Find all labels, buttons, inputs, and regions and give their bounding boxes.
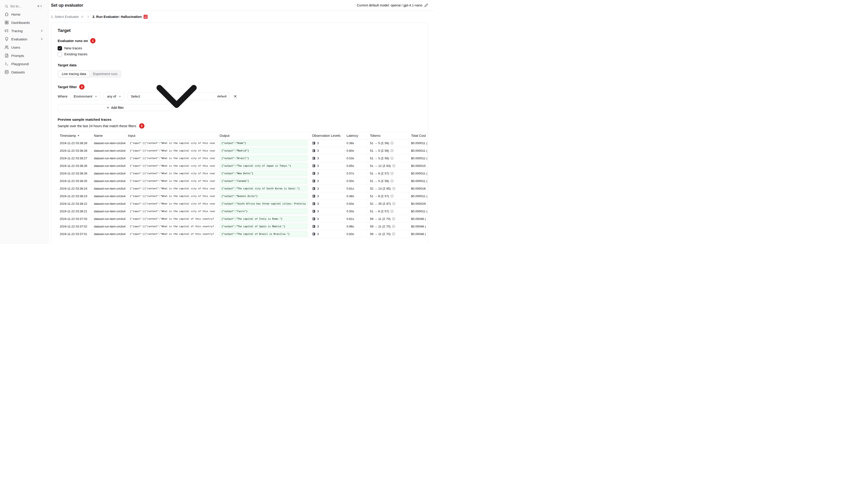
filter-column-select[interactable]: Environment [70, 92, 101, 100]
col-latency[interactable]: Latency [344, 132, 368, 139]
col-tokens[interactable]: Tokens [368, 132, 409, 139]
observation-levels-icon [312, 164, 315, 168]
table-row[interactable]: 2024-11-22 03:38:27 dataset-run-item-cm3… [58, 155, 428, 162]
info-icon[interactable] [391, 179, 394, 183]
info-icon[interactable] [391, 209, 394, 213]
table-row[interactable]: 2024-11-22 03:38:21 dataset-run-item-cm3… [58, 207, 428, 215]
cell-input: {"input":[{"content":"What is the capita… [126, 139, 217, 147]
filter-row: Where Environment any of Select [58, 92, 422, 100]
check-icon [81, 15, 84, 19]
tab-experiment-runs[interactable]: Experiment runs [90, 71, 121, 77]
table-row[interactable]: 2024-11-22 03:38:28 dataset-run-item-cm3… [58, 139, 428, 147]
chevron-down-icon [142, 62, 211, 131]
table-row[interactable]: 2024-11-22 03:38:25 dataset-run-item-cm3… [58, 177, 428, 185]
sidebar-item-prompts[interactable]: Prompts [3, 52, 45, 60]
info-icon[interactable] [391, 172, 394, 175]
info-icon[interactable] [391, 149, 394, 152]
sidebar-item-playground[interactable]: Playground [3, 60, 45, 68]
table-row[interactable]: 2024-11-22 03:37:01 dataset-run-item-cm3… [58, 230, 428, 238]
cell-total-cost: $0.000011 ( [409, 192, 428, 200]
cell-output: {"output":"The capital of Spain is Madri… [217, 223, 310, 230]
col-timestamp[interactable]: Timestamp ▼ [58, 132, 92, 139]
sidebar-item-datasets[interactable]: Datasets [3, 68, 45, 76]
checkbox-new-traces[interactable]: New traces [58, 45, 422, 51]
table-row[interactable]: 2024-11-22 03:38:24 dataset-run-item-cm3… [58, 185, 428, 192]
cell-output: {"output":"New Delhi"} [217, 170, 310, 177]
cell-input: {"input":[{"content":"What is the capita… [126, 230, 217, 237]
table-row[interactable]: 2024-11-22 03:38:23 dataset-run-item-cm3… [58, 192, 428, 200]
sidebar-item-label: Users [11, 45, 20, 50]
filter-value-trigger[interactable]: Select [128, 93, 214, 100]
filter-value-chip[interactable]: default [214, 93, 229, 100]
cell-observation-levels: 3 [310, 162, 344, 169]
observation-levels-icon [312, 149, 315, 153]
tracing-icon [5, 29, 9, 33]
observation-levels-icon [312, 202, 315, 205]
observation-levels-icon [312, 217, 315, 221]
chevron-right-icon [40, 29, 43, 33]
remove-filter-icon[interactable] [233, 94, 237, 98]
step-select-evaluator[interactable]: 1. Select Evaluator [51, 15, 84, 19]
cell-timestamp: 2024-11-22 03:38:25 [58, 177, 92, 185]
cell-latency: 0.61s [344, 215, 368, 222]
input-json: {"input":[{"content":"What is the capita… [128, 148, 215, 153]
cell-name: dataset-run-item-cm3s4 [92, 192, 126, 200]
tab-live-tracing-data[interactable]: Live tracing data [59, 71, 89, 77]
col-output[interactable]: Output [217, 132, 310, 139]
table-row[interactable]: 2024-11-22 03:38:22 dataset-run-item-cm3… [58, 200, 428, 207]
cell-total-cost: $0.000011 ( [409, 155, 428, 162]
cell-timestamp: 2024-11-22 03:37:01 [58, 230, 92, 237]
info-icon[interactable] [392, 217, 395, 220]
step-badge-3: 3 [139, 123, 145, 129]
cell-name: dataset-run-item-cm3s4 [92, 162, 126, 169]
sidebar-item-dashboards[interactable]: Dashboards [3, 19, 45, 27]
cell-total-cost: $0.000029 [409, 200, 428, 207]
info-icon[interactable] [391, 194, 394, 198]
sidebar-item-label: Evaluation [11, 37, 27, 41]
cell-latency: 0.50s [344, 177, 368, 185]
step-badge-1: 1 [90, 38, 95, 43]
col-name[interactable]: Name [92, 132, 126, 139]
goto-search[interactable]: Go to... ⌘ K [3, 2, 45, 10]
cell-output: {"output":"The capital of Brazil is Bras… [217, 230, 310, 237]
table-row[interactable]: 2024-11-22 03:38:28 dataset-run-item-cm3… [58, 147, 428, 155]
info-icon[interactable] [392, 202, 396, 205]
cell-tokens: 52 → 13 (Σ 65) [368, 185, 409, 192]
checkbox-existing-traces[interactable]: Existing traces [58, 51, 422, 57]
wizard-steps: 1. Select Evaluator 2. Run Evaluator: Ha… [49, 11, 434, 22]
col-total-cost[interactable]: Total Cost [409, 132, 428, 139]
sidebar-item-home[interactable]: Home [3, 10, 45, 19]
page-header: Set up evaluator Current default model: … [49, 0, 434, 11]
input-json: {"input":[{"content":"What is the capita… [128, 201, 215, 206]
info-icon[interactable] [392, 225, 395, 228]
info-icon[interactable] [391, 157, 394, 160]
col-input[interactable]: Input [126, 132, 217, 139]
edit-model-icon[interactable] [424, 3, 428, 7]
table-row[interactable]: 2024-11-22 03:37:03 dataset-run-item-cm3… [58, 215, 428, 223]
col-observation-levels[interactable]: Observation Levels [310, 132, 344, 139]
info-icon[interactable] [392, 232, 395, 235]
filter-where-label: Where [58, 95, 67, 98]
cell-latency: 0.83s [344, 230, 368, 237]
info-icon[interactable] [392, 164, 396, 167]
goto-label: Go to... [10, 4, 21, 8]
cell-name: dataset-run-item-cm3s4 [92, 177, 126, 185]
filter-value-select: Select default [128, 92, 230, 100]
observation-levels-icon [312, 172, 315, 175]
sidebar-item-evaluation[interactable]: Evaluation [3, 35, 45, 43]
cell-input: {"input":[{"content":"What is the capita… [126, 200, 217, 207]
info-icon[interactable] [392, 187, 396, 190]
sidebar-item-label: Tracing [11, 29, 23, 33]
info-icon[interactable] [391, 141, 394, 144]
sidebar-item-tracing[interactable]: Tracing [3, 27, 45, 35]
table-row[interactable]: 2024-11-22 03:38:26 dataset-run-item-cm3… [58, 170, 428, 177]
cell-output: {"output":"Buenos Aires"} [217, 192, 310, 200]
observation-levels-icon [312, 141, 315, 145]
table-row[interactable]: 2024-11-22 03:37:02 dataset-run-item-cm3… [58, 223, 428, 230]
cell-latency: 0.48s [344, 192, 368, 200]
step1-label: 1. Select Evaluator [51, 15, 79, 19]
table-row[interactable]: 2024-11-22 03:38:26 dataset-run-item-cm3… [58, 162, 428, 170]
table-header: Timestamp ▼ Name Input Output Observatio… [58, 132, 428, 139]
sidebar-item-users[interactable]: Users [3, 43, 45, 52]
filter-operator-select[interactable]: any of [104, 92, 125, 100]
